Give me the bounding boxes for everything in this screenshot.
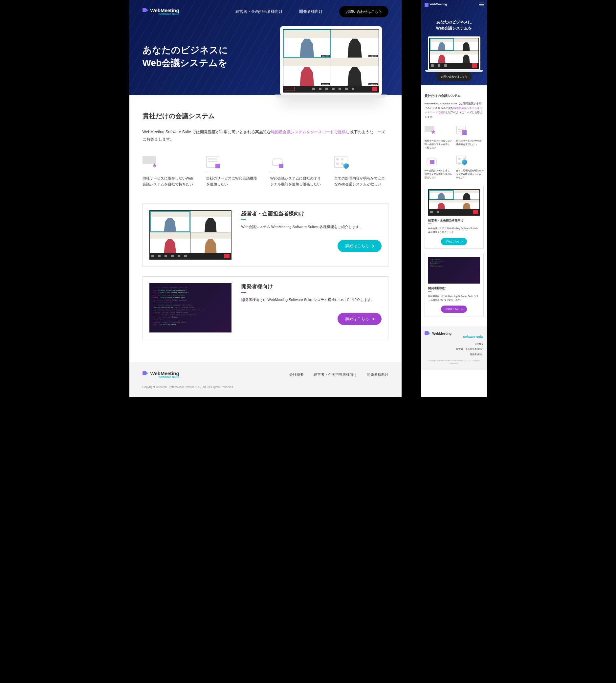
leave-icon — [372, 87, 377, 91]
nav-link-developer[interactable]: 開発者様向け — [299, 9, 323, 15]
video-tile: 会議参加者2 — [331, 29, 379, 58]
window-plus-icon — [456, 126, 466, 134]
footer: WebMeeting Software Suite 会社概要 経営者・企画担当者… — [421, 326, 487, 370]
details-button-developer[interactable]: 詳細はこちら — [441, 305, 467, 313]
chevron-right-icon — [371, 317, 374, 320]
feature-item: 自社のサービスにWeb会議機能を追加したい — [456, 126, 484, 150]
hero-laptop-mockup: 会議参加者1 会議参加者2 会議参加者3 会議参加者4 — [280, 26, 382, 95]
logo-subtitle: Software Suite — [142, 13, 179, 16]
hero-section: WebMeeting Software Suite 経営者・企画担当者様向け 開… — [129, 0, 401, 95]
hero-laptop-mockup — [428, 37, 480, 71]
mute-icon — [325, 88, 328, 90]
logo-icon — [424, 331, 431, 336]
details-button-developer[interactable]: 詳細はこちら — [337, 313, 381, 325]
footer: WebMeeting Software Suite 会社概要 経営者・企画担当者… — [129, 362, 401, 397]
desktop-viewport: WebMeeting Software Suite 経営者・企画担当者様向け 開… — [129, 0, 401, 397]
meeting-toolbar — [283, 86, 379, 92]
card-image-code: test('dynamic directive') // scoped slot… — [428, 257, 480, 283]
business-card: 経営者・企画担当者様向け Web会議システム WebMeeting Softwa… — [424, 186, 484, 248]
meeting-screen: 会議参加者1 会議参加者2 会議参加者3 会議参加者4 — [283, 29, 379, 93]
card-title: 開発者様向け — [428, 286, 480, 291]
hero-title: あなたのビジネスにWeb会議システムを — [424, 19, 484, 31]
cloud-box-icon — [424, 156, 435, 164]
users-shield-icon — [334, 156, 347, 168]
video-tile — [430, 51, 454, 63]
logo-icon — [142, 371, 149, 376]
card-image-meeting — [149, 210, 232, 259]
card-image-code: // test: dynamic arguments for v-on test… — [149, 283, 232, 333]
video-tile — [454, 51, 479, 63]
main-nav: WebMeeting Software Suite 経営者・企画担当者様向け 開… — [142, 6, 389, 17]
window-plus-icon — [206, 156, 219, 168]
developer-card: // test: dynamic arguments for v-on test… — [142, 276, 389, 339]
details-button-business[interactable]: 詳細はこちら — [441, 238, 467, 245]
developer-card: test('dynamic directive') // scoped slot… — [424, 254, 484, 316]
chevron-right-icon — [371, 245, 374, 247]
video-tile: 会議参加者4 — [331, 58, 379, 86]
feature-item: 他社サービスに依存しないWeb会議システムを自社で持ちたい — [142, 156, 197, 187]
logo[interactable]: WebMeeting — [424, 3, 447, 6]
menu-icon[interactable] — [479, 3, 484, 6]
footer-link-business[interactable]: 経営者・企画担当者様向け — [424, 347, 484, 351]
details-button-business[interactable]: 詳細はこちら — [337, 240, 381, 252]
feature-item: 他社サービスに依存しないWeb会議システムを自社で持ちたい — [424, 126, 452, 150]
video-tile: 会議参加者3 — [283, 58, 331, 86]
footer-link-company[interactable]: 会社概要 — [289, 372, 304, 377]
main-nav: WebMeeting — [424, 3, 484, 6]
intro-emphasis: 純国産会議システムをソースコードで提供 — [271, 130, 346, 134]
copyright: Copyright Telecom Professional Service C… — [142, 385, 389, 389]
hero-section: WebMeeting あなたのビジネスにWeb会議システムを お問い合わせはこち… — [421, 0, 487, 85]
footer-link-business[interactable]: 経営者・企画担当者様向け — [313, 372, 357, 377]
card-image-meeting — [428, 189, 480, 215]
video-icon — [332, 88, 335, 90]
monitor-gear-icon — [424, 126, 435, 134]
footer-logo[interactable]: WebMeeting Software Suite — [424, 331, 484, 338]
card-text: 開発者様向けに WebMeeting Software Suite システム構成… — [241, 297, 381, 303]
main-content: 貴社だけの会議システム WebMeeting Software Suite では… — [129, 95, 401, 362]
features-grid: 他社サービスに依存しないWeb会議システムを自社で持ちたい 自社のサービスにWe… — [424, 126, 484, 179]
hand-icon — [345, 88, 348, 90]
logo[interactable]: WebMeeting Software Suite — [142, 7, 179, 16]
chat-icon — [338, 88, 341, 90]
cloud-box-icon — [270, 156, 283, 168]
card-title: 開発者様向け — [241, 283, 381, 290]
card-text: 開発者様向けに WebMeeting Software Suite システム構成… — [428, 294, 480, 302]
feature-item: Web会議システムに自社のオリジナル機能を追加し販売したい — [270, 156, 325, 187]
card-text: Web会議システム WebMeeting Software Suiteの各種機能… — [241, 224, 381, 230]
feature-item: 全ての処理内容が明らかで安全なWeb会議システムが欲しい — [334, 156, 389, 187]
nav-link-business[interactable]: 経営者・企画担当者様向け — [236, 9, 283, 15]
business-card: 経営者・企画担当者様向け Web会議システム WebMeeting Softwa… — [142, 204, 389, 267]
more-icon — [352, 88, 354, 90]
feature-item: Web会議システムに自社のオリジナル機能を追加し販売したい — [424, 156, 452, 180]
meeting-toolbar — [430, 63, 479, 69]
footer-link-developer[interactable]: 開発者様向け — [367, 372, 389, 377]
monitor-gear-icon — [142, 156, 156, 168]
chevron-right-icon — [461, 241, 463, 243]
footer-logo[interactable]: WebMeeting Software Suite — [142, 370, 179, 379]
footer-link-company[interactable]: 会社概要 — [424, 342, 484, 346]
video-tile — [454, 39, 479, 50]
intro-heading: 貴社だけの会議システム — [142, 112, 389, 120]
intro-heading: 貴社だけの会議システム — [424, 94, 484, 98]
logo-icon — [142, 8, 149, 13]
card-text: Web会議システム WebMeeting Software Suiteの各種機能… — [428, 226, 480, 234]
share-icon — [312, 88, 315, 90]
intro-description: WebMeeting Software Suite では開発難度が非常に高いとさ… — [142, 129, 389, 143]
video-tile — [430, 39, 454, 50]
card-title: 経営者・企画担当者様向け — [428, 218, 480, 223]
timer-icon — [285, 87, 294, 91]
main-content: 貴社だけの会議システム WebMeeting Software Suite では… — [421, 85, 487, 326]
mobile-viewport: WebMeeting あなたのビジネスにWeb会議システムを お問い合わせはこち… — [421, 0, 487, 397]
chevron-right-icon — [461, 308, 463, 310]
card-title: 経営者・企画担当者様向け — [241, 210, 381, 217]
contact-button[interactable]: お問い合わせはこちら — [339, 6, 389, 17]
intro-description: WebMeeting Software Suite では開発難度が非常に高いとさ… — [424, 101, 484, 119]
feature-item: 全ての処理内容が明らかで安全なWeb会議システムが欲しい — [456, 156, 484, 180]
logo-icon — [424, 3, 428, 5]
copyright: Copyright Telecom Professional Service C… — [424, 359, 484, 365]
contact-button[interactable]: お問い合わせはこちら — [436, 72, 472, 81]
record-icon — [319, 88, 322, 90]
features-grid: 他社サービスに依存しないWeb会議システムを自社で持ちたい 自社のサービスにWe… — [142, 156, 389, 187]
footer-link-developer[interactable]: 開発者様向け — [424, 353, 484, 356]
video-tile: 会議参加者1 — [283, 29, 331, 58]
